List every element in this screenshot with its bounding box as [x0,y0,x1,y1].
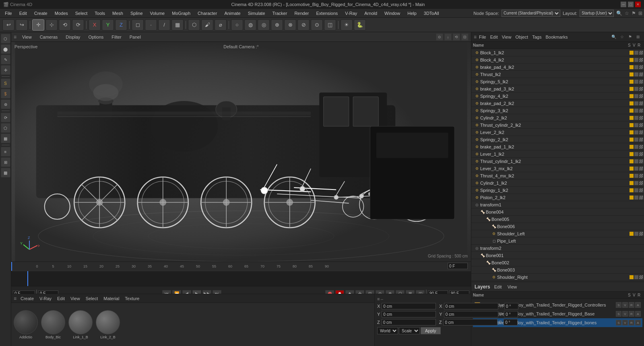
null5-button[interactable]: ⊗ [284,19,296,31]
search-icon[interactable]: 🔍 [616,10,622,16]
tree-row[interactable]: ⚙Shoulder_Left [471,230,644,237]
menu-select[interactable]: Select [72,10,91,16]
mat-edit[interactable]: Edit [56,296,66,301]
layer-icon-cell[interactable]: S [616,302,621,308]
tree-row[interactable]: 🦴Bone001 [471,252,644,259]
nodespace-select[interactable]: Current (Standard/Physical) [502,10,560,17]
layer-icon-cell[interactable]: A [635,302,641,308]
rt-bookmarks[interactable]: Bookmarks [544,35,569,39]
rt-grid-icon[interactable]: ⊞ [634,33,642,41]
mat-hamburger[interactable]: ≡ [14,296,17,301]
material-thumb-2[interactable] [68,310,93,334]
tree-row[interactable]: 🦴Bone005 [471,216,644,223]
layer-row[interactable]: Locomotive_Big_Boy_with_Trailed_Tender_R… [473,301,642,309]
x-axis-button[interactable]: X [89,19,101,31]
tree-row[interactable]: ⚙Springy_3_lk2 [471,107,644,114]
tree-row[interactable]: ◎transform1 [471,201,644,208]
layer-icon-cell[interactable]: V [622,320,628,325]
menu-extensions[interactable]: Extensions [313,10,341,16]
tree-row[interactable]: ⚙brake_pad_2_lk2 [471,100,644,107]
select-tool-button[interactable]: ⊹ [45,19,58,31]
material-thumb-1[interactable] [41,310,65,334]
move-tool-button[interactable]: ✛ [32,19,44,31]
menu-help[interactable]: Help [404,10,420,16]
layer-icon-cell[interactable]: R [629,302,634,308]
timeline-body[interactable] [11,271,471,286]
mat-view[interactable]: View [69,296,82,301]
coord-apply-button[interactable]: Apply [421,327,441,334]
menu-3dtoall[interactable]: 3DToAll [421,10,442,16]
current-frame-right[interactable] [448,263,468,269]
redo-button[interactable]: ↪ [16,19,28,31]
layer-icon-cell[interactable]: S [616,311,621,317]
lt-btn-8[interactable]: ⟳ [1,113,10,122]
vp-icon-3[interactable]: ⟲ [453,33,460,41]
null-button[interactable]: ○ [231,19,243,31]
tree-row[interactable]: ⚙Cylindr_1_lk2 [471,179,644,187]
menu-file[interactable]: File [2,10,15,16]
vp-icon-2[interactable]: ↓ [444,33,452,41]
null2-button[interactable]: ◍ [244,19,256,31]
menu-create[interactable]: Create [31,10,51,16]
rt-star-icon[interactable]: ☆ [618,33,625,41]
layer-row[interactable]: Locomotive_Big_Boy_with_Trailed_Tender_R… [473,309,642,318]
lt-btn-11[interactable]: ≡ [1,147,10,157]
flag-icon[interactable]: ⚑ [632,10,636,16]
rt-flag-icon[interactable]: ⚑ [626,33,634,41]
tree-row[interactable]: 🦴Bone004 [471,208,644,216]
edge-mode-button[interactable]: / [158,19,170,31]
tree-row[interactable]: ⚙Springy_5_lk2 [471,78,644,85]
tree-row[interactable]: ⚙Block_1_lk2 [471,49,644,56]
menu-animate[interactable]: Animate [221,10,244,16]
paint-button[interactable]: 🖌 [201,19,213,31]
y-axis-button[interactable]: Y [102,19,114,31]
tree-row[interactable]: ⚙brake_pad_3_lk2 [471,85,644,93]
coord-hamburger[interactable]: ≡ [377,297,380,301]
rt-hamburger[interactable]: ≡ [474,34,477,40]
mat-material[interactable]: Material [102,296,121,301]
tree-row[interactable]: ◻Pipe_Left [471,237,644,245]
minimize-button[interactable]: ─ [621,2,626,7]
tree-row[interactable]: ⚙Thrust_lk2 [471,71,644,78]
layer-row[interactable]: Locomotive_Big_Boy_with_Trailed_Tender_R… [473,318,642,327]
star-icon[interactable]: ☆ [625,10,629,16]
lt-btn-7[interactable]: ⊚ [1,99,10,109]
rt-search-icon[interactable]: 🔍 [610,33,617,41]
viewport-canvas[interactable]: Perspective Default Camera :° Grid Spaci… [11,42,471,262]
tree-row[interactable]: ⚙Block_4_lk2 [471,56,644,64]
null3-button[interactable]: ◎ [258,19,270,31]
rt-edit[interactable]: Edit [489,35,500,39]
tree-row[interactable]: ⚙Thrust_cylindr_1_lk2 [471,158,644,165]
null8-button[interactable]: ◫ [324,19,336,31]
layer-icon-cell[interactable]: S [616,320,621,325]
null7-button[interactable]: ⊙ [311,19,323,31]
tree-row[interactable]: ⚙Cylindr_2_lk2 [471,114,644,122]
mat-texture[interactable]: Texture [123,296,141,301]
undo-button[interactable]: ↩ [2,19,14,31]
menu-window[interactable]: Window [381,10,403,16]
vp-menu-cameras[interactable]: Cameras [37,34,60,40]
rt-view[interactable]: View [500,35,513,39]
layer-icon-cell[interactable]: V [622,311,628,317]
lt-btn-3[interactable]: ✎ [1,55,10,64]
lt-btn-5[interactable]: S [1,78,10,88]
vp-icon-1[interactable]: ⊙ [436,33,443,41]
obj-mode-button[interactable]: ◻ [132,19,144,31]
coord-p-input[interactable] [504,311,518,317]
magnet-button[interactable]: ⌀ [215,19,227,31]
tree-row[interactable]: ◎transform2 [471,245,644,252]
vp-menu-view[interactable]: View [20,34,34,40]
mat-select[interactable]: Select [84,296,100,301]
point-mode-button[interactable]: · [145,19,157,31]
coord-world-select[interactable]: World Local [377,327,398,334]
tree-row[interactable]: ⚙Lever_1_lk2 [471,150,644,158]
layer-icon-cell[interactable]: R [629,311,634,317]
menu-volume[interactable]: Volume [147,10,168,16]
maximize-button[interactable]: □ [628,2,634,7]
layer-icon-cell[interactable]: R [629,320,634,325]
python-button[interactable]: 🐍 [354,19,366,31]
menu-simulate[interactable]: Simulate [245,10,268,16]
coord-scale-select[interactable]: Scale [399,327,420,334]
perspective-button[interactable]: ⬡ [188,19,200,31]
playhead[interactable] [11,262,12,271]
